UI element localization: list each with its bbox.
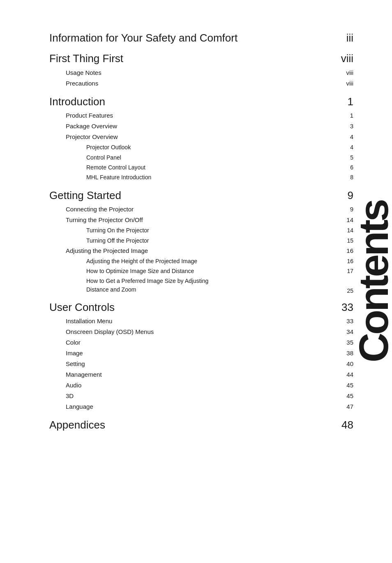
toc-title: Precautions (49, 79, 337, 88)
toc-title: Image (49, 348, 337, 358)
toc-entry-level0: User Controls 33 (49, 300, 353, 315)
page-container: Information for Your Safety and Comfort … (0, 0, 392, 563)
toc-content: Information for Your Safety and Comfort … (49, 30, 362, 432)
toc-entry-level1: Setting 40 (49, 359, 353, 369)
toc-title: Product Features (49, 111, 337, 120)
toc-title: Usage Notes (49, 68, 337, 78)
toc-entry-level1: Turning the Projector On/Off 14 (49, 215, 353, 225)
toc-entry-level2: Projector Outlook 4 (49, 143, 353, 152)
toc-title: How to Get a Preferred Image Size by Adj… (49, 277, 337, 294)
toc-title: Remote Control Layout (49, 163, 337, 172)
toc-entry-level1: Adjusting the Projected Image 16 (49, 246, 353, 256)
toc-title: Adjusting the Height of the Projected Im… (49, 257, 337, 266)
toc-entry-level2: How to Optimize Image Size and Distance … (49, 266, 353, 276)
toc-page: 45 (337, 382, 353, 389)
toc-page: iii (337, 32, 353, 44)
toc-title: Turning Off the Projector (49, 236, 337, 245)
toc-title: Getting Started (49, 188, 337, 203)
toc-title: Onscreen Display (OSD) Menus (49, 327, 337, 337)
toc-entry-level1: Projector Overview 4 (49, 132, 353, 142)
toc-entry-level1: Product Features 1 (49, 111, 353, 120)
toc-entry-level0: First Thing First viii (49, 51, 353, 66)
toc-title: Projector Overview (49, 132, 337, 142)
toc-title: How to Optimize Image Size and Distance (49, 266, 337, 276)
toc-title: Adjusting the Projected Image (49, 246, 337, 256)
toc-entry-level2: Turning Off the Projector 15 (49, 236, 353, 245)
toc-title: Management (49, 370, 337, 380)
toc-entry-level2: Turning On the Projector 14 (49, 226, 353, 235)
toc-page: 48 (337, 419, 353, 431)
toc-page: 8 (337, 174, 353, 181)
toc-page: 6 (337, 164, 353, 171)
toc-page: 1 (337, 112, 353, 119)
toc-entry-level1: Package Overview 3 (49, 121, 353, 131)
toc-page: 47 (337, 403, 353, 410)
toc-title: Package Overview (49, 121, 337, 131)
toc-title: Appendices (49, 417, 337, 432)
toc-entry-level1: Installation Menu 33 (49, 316, 353, 326)
toc-title: Setting (49, 359, 337, 369)
toc-title: Turning the Projector On/Off (49, 215, 337, 225)
toc-entry-level2-multi: How to Get a Preferred Image Size by Adj… (49, 277, 353, 294)
toc-entry-level0: Getting Started 9 (49, 188, 353, 203)
toc-title: Language (49, 402, 337, 412)
toc-entry-level0: Information for Your Safety and Comfort … (49, 30, 353, 45)
contents-label: Contents (353, 201, 392, 362)
toc-entry-level1: 3D 45 (49, 391, 353, 401)
toc-title: Projector Outlook (49, 143, 337, 152)
toc-entry-level1: Color 35 (49, 338, 353, 348)
toc-title: MHL Feature Introduction (49, 173, 337, 182)
toc-page: viii (337, 69, 353, 76)
toc-page: 4 (337, 144, 353, 151)
contents-sidebar: Contents (355, 0, 392, 563)
toc-title: Connecting the Projector (49, 204, 337, 214)
toc-page: 5 (337, 154, 353, 161)
toc-title: Control Panel (49, 153, 337, 162)
toc-entry-level2: Control Panel 5 (49, 153, 353, 162)
toc-entry-level1: Connecting the Projector 9 (49, 204, 353, 214)
toc-entry-level1: Usage Notes viii (49, 68, 353, 78)
toc-entry-level1: Image 38 (49, 348, 353, 358)
toc-title: 3D (49, 391, 337, 401)
toc-entry-level2: Adjusting the Height of the Projected Im… (49, 257, 353, 266)
toc-page: 44 (337, 371, 353, 378)
toc-title: Audio (49, 380, 337, 390)
toc-title: Information for Your Safety and Comfort (49, 30, 337, 45)
toc-entry-level1: Audio 45 (49, 380, 353, 390)
toc-page: viii (337, 52, 353, 65)
toc-page: viii (337, 80, 353, 87)
toc-title: Installation Menu (49, 316, 337, 326)
toc-title: Turning On the Projector (49, 226, 337, 235)
toc-title: Introduction (49, 94, 337, 109)
toc-page: 4 (337, 133, 353, 140)
toc-page: 1 (337, 95, 353, 108)
toc-page: 9 (337, 189, 353, 202)
toc-entry-level2: MHL Feature Introduction 8 (49, 173, 353, 182)
toc-page: 3 (337, 123, 353, 130)
toc-entry-level0: Introduction 1 (49, 94, 353, 109)
toc-entry-level2: Remote Control Layout 6 (49, 163, 353, 172)
toc-title: User Controls (49, 300, 337, 315)
toc-title: Color (49, 338, 337, 348)
toc-page: 45 (337, 392, 353, 399)
toc-entry-level1: Management 44 (49, 370, 353, 380)
toc-title: First Thing First (49, 51, 337, 66)
toc-entry-level0: Appendices 48 (49, 417, 353, 432)
toc-entry-level1: Precautions viii (49, 79, 353, 88)
toc-entry-level1: Onscreen Display (OSD) Menus 34 (49, 327, 353, 337)
toc-entry-level1: Language 47 (49, 402, 353, 412)
